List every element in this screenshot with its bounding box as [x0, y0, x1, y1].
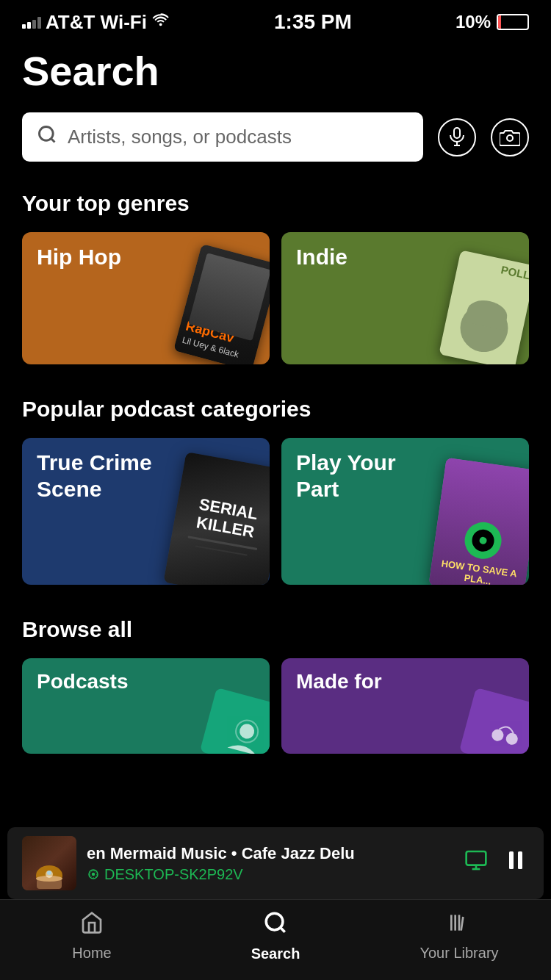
- now-playing-device: DESKTOP-SK2P92V: [87, 866, 454, 883]
- wifi-icon: [151, 12, 170, 32]
- podcast-categories-title: Popular podcast categories: [22, 397, 529, 422]
- now-playing-info: en Mermaid Music • Cafe Jazz Delu DESKTO…: [87, 844, 454, 883]
- browse-podcasts-label: Podcasts: [37, 670, 129, 693]
- svg-point-6: [238, 722, 256, 740]
- nav-library[interactable]: Your Library: [367, 900, 551, 980]
- truecrime-img-text: SERIALKILLER: [195, 496, 259, 541]
- now-playing-controls: [464, 847, 529, 879]
- svg-point-5: [507, 135, 513, 141]
- search-input[interactable]: [68, 126, 408, 148]
- carrier-label: AT&T Wi-Fi: [46, 11, 147, 34]
- search-icon: [37, 124, 57, 150]
- podcast-grid: True Crime Scene SERIALKILLER Play Your …: [22, 438, 529, 585]
- genre-card-indie[interactable]: Indie POLL: [281, 232, 529, 364]
- bottom-nav: Home Search Your Library: [0, 899, 551, 980]
- truecrime-image: SERIALKILLER: [163, 452, 270, 585]
- home-icon: [79, 911, 104, 940]
- nav-home-label: Home: [72, 945, 111, 962]
- svg-point-16: [92, 873, 96, 876]
- status-time: 1:35 PM: [274, 10, 352, 34]
- status-right: 10%: [455, 12, 529, 32]
- mic-button[interactable]: [438, 118, 476, 156]
- svg-point-9: [505, 732, 519, 746]
- nav-search[interactable]: Search: [184, 900, 367, 980]
- browse-card-podcasts[interactable]: Podcasts: [22, 658, 270, 754]
- svg-point-0: [40, 127, 54, 141]
- genre-hiphop-label: Hip Hop: [37, 244, 121, 270]
- status-bar: AT&T Wi-Fi 1:35 PM 10%: [0, 0, 551, 40]
- genre-indie-label: Indie: [296, 244, 347, 270]
- browse-madefor-label: Made for: [296, 670, 382, 693]
- nav-library-label: Your Library: [419, 945, 498, 962]
- podcast-card-playyourpart[interactable]: Play Your Part HOW TO SAVE A PLA...: [281, 438, 529, 585]
- browse-card-madefor[interactable]: Made for: [281, 658, 529, 754]
- podcast-playyourpart-label: Play Your Part: [296, 450, 432, 502]
- top-genres-title: Your top genres: [22, 191, 529, 216]
- podcast-card-truecrime[interactable]: True Crime Scene SERIALKILLER: [22, 438, 270, 585]
- library-icon: [447, 911, 472, 940]
- browse-all-title: Browse all: [22, 617, 529, 642]
- battery-icon: [497, 14, 529, 30]
- search-nav-icon: [263, 910, 288, 941]
- playyourpart-img-text: HOW TO SAVE A PLA...: [435, 557, 521, 585]
- svg-line-22: [281, 928, 285, 932]
- device-name: DESKTOP-SK2P92V: [104, 866, 243, 883]
- search-bar-row: [22, 112, 529, 162]
- status-left: AT&T Wi-Fi: [22, 11, 170, 34]
- search-input-container[interactable]: [22, 112, 423, 162]
- indie-img-text: POLL: [500, 263, 529, 281]
- genre-grid: Hip Hop RapCav Lil Uey & 6lack Indie: [22, 232, 529, 364]
- top-genres-section: Your top genres Hip Hop RapCav Lil Uey &…: [22, 191, 529, 364]
- battery-percent: 10%: [455, 12, 491, 32]
- signal-icon: [22, 15, 41, 29]
- svg-rect-19: [509, 851, 514, 869]
- svg-rect-20: [518, 851, 522, 869]
- svg-point-21: [266, 913, 283, 930]
- main-content: Search: [0, 40, 551, 930]
- pause-button[interactable]: [503, 847, 529, 879]
- nav-home[interactable]: Home: [0, 900, 184, 980]
- nav-search-label: Search: [251, 945, 300, 962]
- podcast-truecrime-label: True Crime Scene: [37, 450, 173, 502]
- svg-rect-2: [454, 128, 460, 138]
- genre-card-hiphop[interactable]: Hip Hop RapCav Lil Uey & 6lack: [22, 232, 270, 364]
- svg-rect-18: [467, 851, 486, 865]
- cast-button[interactable]: [464, 849, 488, 878]
- svg-point-14: [47, 871, 51, 875]
- now-playing-bar[interactable]: en Mermaid Music • Cafe Jazz Delu DESKTO…: [7, 827, 544, 899]
- playyourpart-image: HOW TO SAVE A PLA...: [428, 458, 529, 585]
- now-playing-title: en Mermaid Music • Cafe Jazz Delu: [87, 844, 454, 863]
- page-title: Search: [22, 47, 529, 95]
- podcast-categories-section: Popular podcast categories True Crime Sc…: [22, 397, 529, 585]
- browse-grid: Podcasts Made for: [22, 658, 529, 754]
- svg-line-1: [51, 138, 54, 142]
- now-playing-thumbnail: [22, 836, 76, 890]
- svg-line-25: [461, 917, 464, 931]
- camera-button[interactable]: [491, 118, 529, 156]
- browse-all-section: Browse all Podcasts Made for: [22, 617, 529, 754]
- svg-point-8: [491, 728, 505, 743]
